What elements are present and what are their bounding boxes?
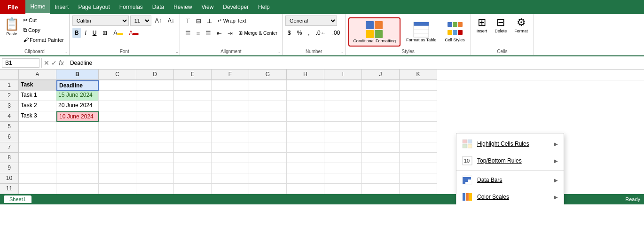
insert-function-icon[interactable]: fx <box>59 59 64 67</box>
cell-i3[interactable] <box>324 101 362 111</box>
font-name-select[interactable]: Calibri <box>72 16 129 26</box>
underline-button[interactable]: U <box>90 28 99 38</box>
cell-i9[interactable] <box>324 163 362 173</box>
conditional-formatting-button[interactable]: Conditional Formatting <box>348 17 401 47</box>
col-header-e[interactable]: E <box>174 70 212 80</box>
cell-a4[interactable]: Task 3 <box>19 111 56 122</box>
cf-top-bottom-rules-item[interactable]: 10 Top/Bottom Rules ▶ <box>456 152 564 169</box>
cell-h8[interactable] <box>287 153 324 163</box>
cell-f10[interactable] <box>212 173 249 184</box>
cancel-formula-icon[interactable]: ✕ <box>44 59 49 67</box>
align-center-button[interactable]: ≡ <box>194 28 203 38</box>
cell-d2[interactable] <box>136 91 174 101</box>
font-expand-icon[interactable]: ⌄ <box>175 50 179 54</box>
cf-color-scales-item[interactable]: Color Scales ▶ <box>456 188 564 204</box>
cell-styles-button[interactable]: Cell Styles <box>442 19 468 45</box>
cell-d1[interactable] <box>136 80 174 91</box>
cell-g8[interactable] <box>249 153 287 163</box>
merge-center-button[interactable]: ⊞ Merge & Center <box>236 29 279 37</box>
cell-i5[interactable] <box>324 122 362 132</box>
cell-a5[interactable] <box>19 122 56 132</box>
cell-h10[interactable] <box>287 173 324 184</box>
cell-g3[interactable] <box>249 101 287 111</box>
cell-e5[interactable] <box>174 122 212 132</box>
align-middle-button[interactable]: ⊟ <box>194 16 204 26</box>
cell-e8[interactable] <box>174 153 212 163</box>
cell-b5[interactable] <box>56 122 99 132</box>
alignment-expand-icon[interactable]: ⌄ <box>278 50 281 54</box>
number-format-select[interactable]: General <box>285 16 337 26</box>
cut-button[interactable]: ✂ Cut <box>22 16 65 25</box>
cell-h2[interactable] <box>287 91 324 101</box>
cell-g5[interactable] <box>249 122 287 132</box>
cell-e4[interactable] <box>174 111 212 122</box>
cell-b3[interactable]: 20 June 2024 <box>56 101 99 111</box>
cell-k11[interactable] <box>400 184 437 194</box>
cell-b2[interactable]: 15 June 2024 <box>56 91 99 101</box>
cell-j3[interactable] <box>362 101 400 111</box>
wrap-text-button[interactable]: ↵ Wrap Text <box>216 17 248 25</box>
cell-d3[interactable] <box>136 101 174 111</box>
cell-j9[interactable] <box>362 163 400 173</box>
view-menu-item[interactable]: View <box>197 0 219 14</box>
percent-button[interactable]: % <box>295 28 305 38</box>
cell-f3[interactable] <box>212 101 249 111</box>
cell-g10[interactable] <box>249 173 287 184</box>
increase-decimal-button[interactable]: .00 <box>330 28 343 38</box>
cell-j2[interactable] <box>362 91 400 101</box>
cell-a7[interactable] <box>19 142 56 153</box>
col-header-h[interactable]: H <box>287 70 324 80</box>
cell-h11[interactable] <box>287 184 324 194</box>
cell-k4[interactable] <box>400 111 437 122</box>
cell-f5[interactable] <box>212 122 249 132</box>
cell-c5[interactable] <box>99 122 136 132</box>
cell-j10[interactable] <box>362 173 400 184</box>
cell-f8[interactable] <box>212 153 249 163</box>
decrease-decimal-button[interactable]: .0← <box>314 28 329 38</box>
cell-a6[interactable] <box>19 132 56 142</box>
cell-h6[interactable] <box>287 132 324 142</box>
cell-g6[interactable] <box>249 132 287 142</box>
cell-d4[interactable] <box>136 111 174 122</box>
cell-a8[interactable] <box>19 153 56 163</box>
cell-b8[interactable] <box>56 153 99 163</box>
cell-k1[interactable] <box>400 80 437 91</box>
cell-b4[interactable]: 10 June 2024 <box>56 111 99 122</box>
cell-e2[interactable] <box>174 91 212 101</box>
col-header-k[interactable]: K <box>400 70 437 80</box>
cell-k7[interactable] <box>400 142 437 153</box>
cell-k6[interactable] <box>400 132 437 142</box>
cell-f4[interactable] <box>212 111 249 122</box>
cell-c2[interactable] <box>99 91 136 101</box>
cell-d7[interactable] <box>136 142 174 153</box>
cell-d10[interactable] <box>136 173 174 184</box>
developer-menu-item[interactable]: Developer <box>218 0 253 14</box>
cell-e7[interactable] <box>174 142 212 153</box>
format-button[interactable]: ⚙ Format <box>511 16 531 34</box>
cell-c6[interactable] <box>99 132 136 142</box>
cell-f2[interactable] <box>212 91 249 101</box>
cell-a10[interactable] <box>19 173 56 184</box>
cell-e9[interactable] <box>174 163 212 173</box>
col-header-i[interactable]: I <box>324 70 362 80</box>
cell-j1[interactable] <box>362 80 400 91</box>
cell-c4[interactable] <box>99 111 136 122</box>
col-header-d[interactable]: D <box>136 70 174 80</box>
cell-c1[interactable] <box>99 80 136 91</box>
decrease-indent-button[interactable]: ⇤ <box>214 28 224 38</box>
cell-g11[interactable] <box>249 184 287 194</box>
cell-c10[interactable] <box>99 173 136 184</box>
fill-color-button[interactable]: A▬ <box>111 28 125 38</box>
cell-e11[interactable] <box>174 184 212 194</box>
cell-k10[interactable] <box>400 173 437 184</box>
cell-h1[interactable] <box>287 80 324 91</box>
cell-k8[interactable] <box>400 153 437 163</box>
cell-h3[interactable] <box>287 101 324 111</box>
font-color-button[interactable]: A▬ <box>126 28 141 38</box>
cell-g7[interactable] <box>249 142 287 153</box>
cell-f1[interactable] <box>212 80 249 91</box>
formulas-menu-item[interactable]: Formulas <box>115 0 148 14</box>
cell-k9[interactable] <box>400 163 437 173</box>
review-menu-item[interactable]: Review <box>169 0 196 14</box>
cell-j8[interactable] <box>362 153 400 163</box>
